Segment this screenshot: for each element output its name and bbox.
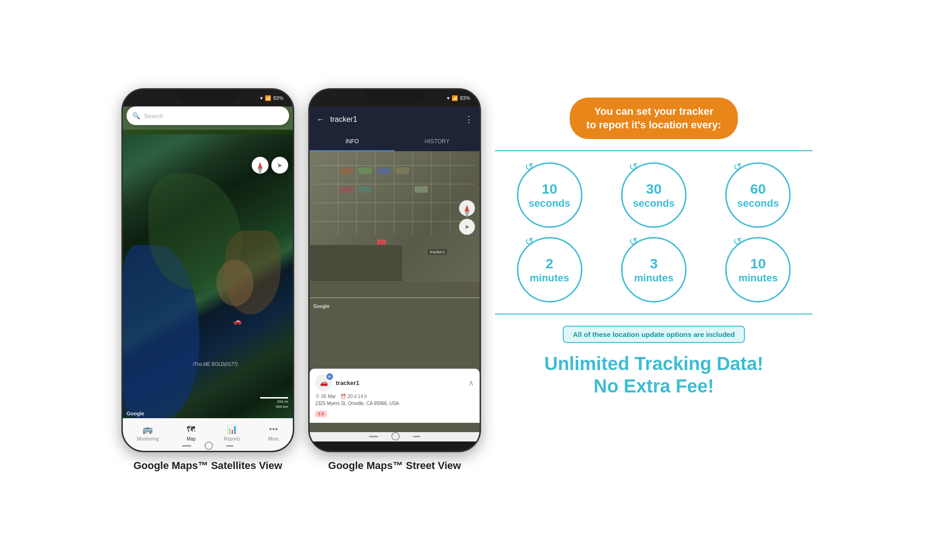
nav-more[interactable]: ••• More (268, 425, 279, 441)
phone1: ▾ 📶 83% 🔍 Search (121, 88, 294, 452)
parking-badge: P (326, 373, 333, 380)
battery-text: 83% (273, 95, 283, 101)
phone2-status-icons: ▾ 📶 83% (447, 95, 470, 101)
phone1-status-icons: ▾ 📶 83% (260, 95, 283, 101)
nav-map-label: Map (187, 436, 196, 441)
interval-10s-wrapper: ↺ 10 seconds (504, 162, 594, 228)
interval-3m-number: 3 (650, 256, 658, 271)
interval-30s-unit: seconds (633, 197, 674, 209)
parking-lot: tracker1 (310, 151, 480, 310)
nav-more-label: More (268, 436, 279, 441)
phone2-gesture-bar (310, 432, 480, 441)
compass-arrow (258, 162, 262, 168)
interval-10s-unit: seconds (529, 197, 570, 209)
interval-60s-number: 60 (750, 181, 766, 196)
tracker-meta: ⏱ 06 Mar ⏰ 20 d 14 h (315, 394, 474, 399)
aerial-google-logo: Google (313, 304, 329, 309)
teal-divider-bottom (495, 314, 813, 315)
nav-monitoring[interactable]: 🚌 Monitoring (137, 424, 159, 441)
interval-60s-arrow: ↺ (733, 161, 742, 173)
phone2-location-arrow: ➤ (465, 224, 469, 230)
more-options-button[interactable]: ⋮ (465, 114, 473, 125)
interval-3m-label: 3 minutes (634, 255, 673, 284)
teal-divider-top (495, 150, 813, 151)
interval-10s-number: 10 (542, 181, 557, 196)
location-arrow-icon: ➤ (277, 161, 283, 169)
interval-3m-unit: minutes (634, 272, 673, 284)
headline-line1: You can set your tracker (594, 105, 713, 117)
nav-monitoring-label: Monitoring (137, 436, 159, 441)
tracker-duration-item: ⏰ 20 d 14 h (340, 394, 367, 399)
phone2-compass-btn[interactable] (459, 200, 475, 216)
scale-text1: 200 mi (277, 399, 288, 404)
reports-icon: 📊 (227, 424, 237, 434)
interval-30s-wrapper: ↺ 30 seconds (609, 162, 699, 228)
interval-60s-label: 60 seconds (737, 181, 779, 210)
interval-30s-number: 30 (646, 181, 661, 196)
tracker-date-item: ⏱ 06 Mar (315, 394, 336, 399)
phone2-nav-arrow-btn[interactable]: ➤ (459, 219, 475, 235)
interval-30s-label: 30 seconds (633, 181, 674, 210)
back-button[interactable]: ← (316, 115, 325, 125)
search-icon: 🔍 (132, 112, 140, 119)
interval-60s-unit: seconds (737, 197, 779, 209)
phone2-status-bar: ▾ 📶 83% (310, 90, 480, 106)
tab-history[interactable]: HISTORY (395, 133, 480, 151)
tab-history-label: HISTORY (425, 138, 450, 145)
interval-30s-circle: ↺ 30 seconds (621, 162, 686, 228)
monitoring-icon: 🚌 (142, 424, 153, 434)
car-emoji-icon: 🚗 (320, 379, 328, 386)
gesture-circle (205, 441, 213, 450)
tracker-panel-name: tracker1 (336, 379, 360, 386)
nav-map[interactable]: 🗺 Map (187, 425, 196, 441)
interval-10m-wrapper: ↺ 10 minutes (713, 237, 803, 302)
phone1-status-bar: ▾ 📶 83% (123, 90, 293, 106)
included-label: All of these location update options are… (573, 330, 735, 338)
headline-line2: to report it's location every: (587, 119, 722, 131)
unlimited-line1: Unlimited Tracking Data! (545, 352, 764, 375)
phone2-signal-icon: 📶 (452, 95, 458, 101)
map-location-label: iTno.ME BOLD(0177) (193, 362, 238, 367)
tab-info[interactable]: INFO (310, 133, 395, 151)
nav-arrow-btn[interactable]: ➤ (271, 157, 288, 174)
tab-info-label: INFO (346, 138, 359, 145)
search-placeholder: Search (144, 112, 163, 119)
phone2-tabs: INFO HISTORY (310, 133, 480, 151)
compass1[interactable] (252, 157, 269, 174)
interval-10m-unit: minutes (738, 272, 778, 284)
phone2: ▾ 📶 83% ← tracker1 ⋮ INFO (308, 88, 481, 452)
interval-10m-label: 10 minutes (738, 255, 778, 284)
phone2-caption: Google Maps™ Street View (328, 460, 461, 472)
main-container: ▾ 📶 83% 🔍 Search (0, 74, 934, 486)
tracker-date-value: 06 Mar (321, 394, 336, 399)
map-scale: 200 mi 500 km (260, 397, 288, 409)
interval-10s-label: 10 seconds (529, 181, 570, 210)
clock-icon: ⏱ (315, 394, 320, 399)
nav-reports[interactable]: 📊 Reports (224, 424, 240, 441)
phone2-battery: 83% (460, 95, 470, 101)
tracker-car-avatar: 🚗 P (315, 374, 332, 391)
phone2-gesture-lines (369, 436, 378, 437)
wifi-icon: ▾ (260, 95, 263, 101)
phone1-gesture-bar (123, 441, 293, 451)
included-badge: All of these location update options are… (563, 326, 745, 343)
phone2-gesture-back (413, 436, 420, 437)
phone2-wrapper: ▾ 📶 83% ← tracker1 ⋮ INFO (308, 88, 481, 472)
gesture-back (226, 445, 234, 447)
car-pin: 🚗 (234, 317, 241, 325)
building (310, 245, 403, 282)
phone2-compass-arrow (465, 205, 469, 211)
unlimited-tracking-text: Unlimited Tracking Data! No Extra Fee! (545, 352, 764, 397)
tracker-panel-info: tracker1 (336, 379, 360, 386)
interval-2m-unit: minutes (530, 272, 569, 284)
timer-icon: ⏰ (340, 394, 346, 399)
satellite-map-bg: ➤ iTno.ME BOLD(0177) 🚗 Google 200 mi 500… (123, 130, 293, 418)
interval-10s-circle: ↺ 10 seconds (517, 162, 582, 228)
scale-bar (260, 397, 288, 399)
phone1-search-bar[interactable]: 🔍 Search (127, 106, 289, 125)
phone1-screen: 🔍 Search (123, 106, 293, 418)
gesture-lines (182, 445, 191, 447)
tracker-time-badge: 5 h (315, 411, 327, 417)
interval-grid: ↺ 10 seconds ↺ 30 seconds (495, 162, 813, 302)
nav-reports-label: Reports (224, 436, 240, 441)
